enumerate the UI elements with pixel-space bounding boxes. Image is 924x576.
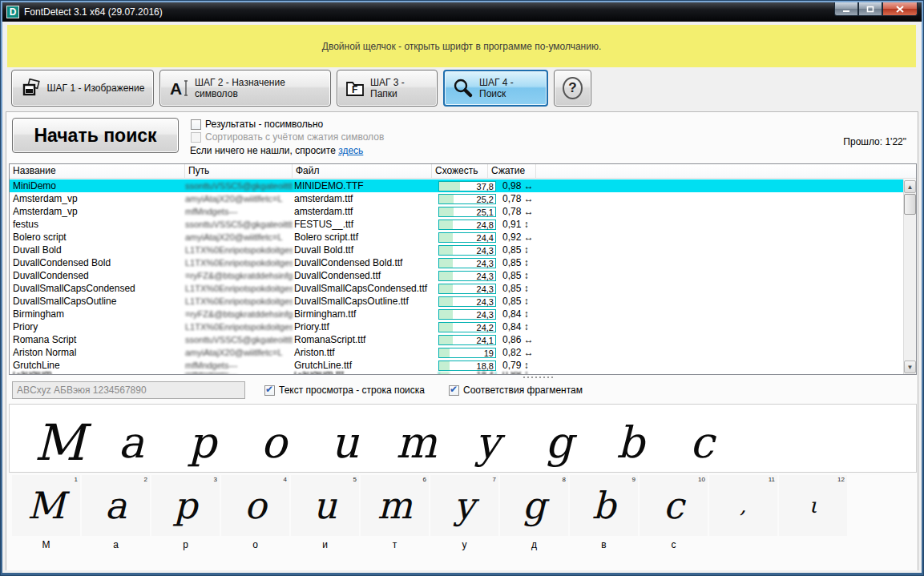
column-header-compression[interactable]: Сжатие xyxy=(488,164,536,178)
compression-value: 0,84 ↕ xyxy=(496,321,529,332)
maximize-button[interactable] xyxy=(858,2,882,16)
font-file: DuvallCondensed Bold.ttf xyxy=(293,257,432,268)
checkbox-icon[interactable] xyxy=(264,385,275,396)
svg-text:F: F xyxy=(352,84,357,95)
table-row[interactable]: GaudiummfMndgets---Gaudium.ttf18,40,88 ↕ xyxy=(10,372,903,374)
fragment-label: т xyxy=(361,539,429,550)
step-button-4[interactable]: ШАГ 4 - Поиск xyxy=(443,70,548,107)
fragment-cell[interactable]: 11, xyxy=(709,475,777,536)
font-file: amsterdam.ttf xyxy=(293,206,432,217)
font-path: mfMndgets--- xyxy=(185,372,293,374)
font-file: Duvall Bold.ttf xyxy=(293,244,432,256)
app-window: D FontDetect 3.1 x64 (29.07.2016) Двойно… xyxy=(0,0,924,576)
results-per-symbol-checkbox[interactable]: Результаты - посимвольно xyxy=(191,119,323,130)
font-name: DuvallCondensed xyxy=(10,270,185,281)
fragment-cell[interactable]: 7y xyxy=(430,475,498,536)
fragment-label xyxy=(779,539,847,550)
compression-value: 0,98 ↔ xyxy=(496,180,534,191)
fragment-number: 9 xyxy=(632,476,636,483)
preview-text-checkbox[interactable]: Текст просмотра - строка поиска xyxy=(264,385,425,396)
font-path: =ryFZ&@btsgkratddehsinfgcs xyxy=(185,271,293,280)
fragment-cell[interactable]: 4o xyxy=(221,475,289,536)
fragment-cell[interactable]: 1М xyxy=(12,475,80,536)
fragment-number: 12 xyxy=(837,476,845,483)
table-row[interactable]: Birmingham=ryFZ&@btsgkratddehsinfgcsBirm… xyxy=(10,308,903,320)
fragment-number: 2 xyxy=(144,476,147,483)
step-button-1[interactable]: ШАГ 1 - Изображение xyxy=(11,70,154,107)
fragment-label: и xyxy=(291,539,359,550)
similarity-value: 19 xyxy=(484,348,494,358)
column-header-empty xyxy=(536,164,916,178)
column-header-similarity[interactable]: Схожесть xyxy=(432,164,488,178)
column-header-name[interactable]: Название xyxy=(10,164,185,178)
close-icon xyxy=(896,6,904,13)
column-header-path[interactable]: Путь xyxy=(185,164,293,178)
table-row[interactable]: Duvall BoldL1TX%0EnripotspokdoitgesiDuva… xyxy=(10,244,903,256)
similarity-bar: 24,3 xyxy=(432,258,496,268)
help-button[interactable]: ? xyxy=(554,70,591,107)
similarity-value: 24,4 xyxy=(477,233,494,243)
fragment-label: а xyxy=(82,539,150,550)
scroll-down-icon[interactable]: ▼ xyxy=(904,361,916,373)
checkbox-label: Сортировать с учётом сжатия символов xyxy=(205,131,384,143)
compression-value: 0,78 ↔ xyxy=(496,193,534,204)
preview-glyph: М xyxy=(24,419,95,467)
similarity-bar: 18,4 xyxy=(432,372,496,374)
fragment-number: 8 xyxy=(563,476,566,483)
preview-text-input[interactable] xyxy=(12,381,245,399)
ask-link[interactable]: здесь xyxy=(338,145,363,156)
checkbox-icon[interactable] xyxy=(191,119,201,130)
preview-glyph: b xyxy=(595,419,666,467)
table-row[interactable]: Amsterdam_vpmfMndgets---amsterdam.ttf25,… xyxy=(10,205,903,218)
ask-hint: Если ничего не нашли, спросите здесь xyxy=(190,145,363,156)
table-row[interactable]: GrutchLinemfMndgets---GrutchLine.ttf18,8… xyxy=(10,359,903,372)
font-file: Ariston.ttf xyxy=(293,347,432,358)
table-row[interactable]: MiniDemossonttuVSSC5@gkgateoittbous--MIN… xyxy=(10,179,903,192)
fragment-cell[interactable]: 8g xyxy=(500,475,568,536)
preview-glyph: c xyxy=(666,419,737,467)
sort-compression-checkbox: Сортировать с учётом сжатия символов xyxy=(191,131,384,143)
fragment-cell[interactable]: 6m xyxy=(361,475,429,536)
font-file: RomanaScript.ttf xyxy=(293,334,432,345)
preview-glyph: g xyxy=(523,419,595,467)
fragment-grid: 1М2a3p4o5u6m7y8g9b10c11,12ι xyxy=(12,475,847,536)
fragment-match-checkbox[interactable]: Соответствия фрагментам xyxy=(449,385,583,396)
table-row[interactable]: DuvallSmallCapsCondensedL1TX%0Enripotspo… xyxy=(10,282,903,295)
table-row[interactable]: Ariston NormalamyiAtajX20@wiitlfetc=LAri… xyxy=(10,346,903,359)
step-button-3[interactable]: FШАГ 3 - Папки xyxy=(337,70,438,107)
font-name: Bolero script xyxy=(10,232,185,243)
fragment-cell[interactable]: 2a xyxy=(82,475,150,536)
column-header-file[interactable]: Файл xyxy=(293,164,432,178)
table-row[interactable]: Bolero scriptamyiAtajX20@wiitlfetc=LBole… xyxy=(10,231,903,244)
similarity-value: 24,3 xyxy=(477,284,494,294)
table-row[interactable]: DuvallSmallCapsOutlineL1TX%0Enripotspokd… xyxy=(10,295,903,308)
font-path: amyiAtajX20@wiitlfetc=L xyxy=(185,232,293,242)
splitter-handle[interactable] xyxy=(523,377,559,381)
scroll-up-icon[interactable]: ▲ xyxy=(904,180,916,193)
hint-text: Двойной щелчок - открыть шрифт в програм… xyxy=(322,41,601,52)
fragment-cell[interactable]: 3p xyxy=(151,475,220,536)
table-row[interactable]: Romana ScriptssonttuVSSC5@gkgateoittbous… xyxy=(10,333,903,346)
close-button[interactable] xyxy=(882,2,918,16)
table-row[interactable]: DuvallCondensed BoldL1TX%0Enripotspokdoi… xyxy=(10,256,903,269)
table-row[interactable]: Amsterdam_vpamyiAtajX20@wiitlfetc=Lamste… xyxy=(10,192,903,205)
font-name: Romana Script xyxy=(10,334,185,345)
fragment-cell[interactable]: 9b xyxy=(570,475,638,536)
minimize-icon xyxy=(842,6,850,13)
vertical-scrollbar[interactable]: ▲ ▼ xyxy=(903,179,916,374)
similarity-bar: 37,8 xyxy=(432,181,496,191)
fragment-cell[interactable]: 12ι xyxy=(779,475,847,536)
table-row[interactable]: festusssonttuVSSC5@gkgateoittbous--FESTU… xyxy=(10,218,903,231)
fragment-cell[interactable]: 10c xyxy=(640,475,708,536)
table-body: MiniDemossonttuVSSC5@gkgateoittbous--MIN… xyxy=(10,179,903,374)
minimize-button[interactable] xyxy=(834,2,858,16)
similarity-value: 24,1 xyxy=(477,336,494,345)
table-row[interactable]: PrioryL1TX%0EnripotspokdoitgesiPriory.tt… xyxy=(10,320,903,333)
step-button-2[interactable]: AШАГ 2 - Назначение символов xyxy=(159,70,331,107)
start-search-button[interactable]: Начать поиск xyxy=(12,118,179,153)
scrollbar-thumb[interactable] xyxy=(904,194,916,215)
table-row[interactable]: DuvallCondensed=ryFZ&@btsgkratddehsinfgc… xyxy=(10,269,903,282)
fragment-cell[interactable]: 5u xyxy=(291,475,359,536)
checkbox-icon[interactable] xyxy=(449,385,459,396)
fragment-label: в xyxy=(570,539,638,550)
